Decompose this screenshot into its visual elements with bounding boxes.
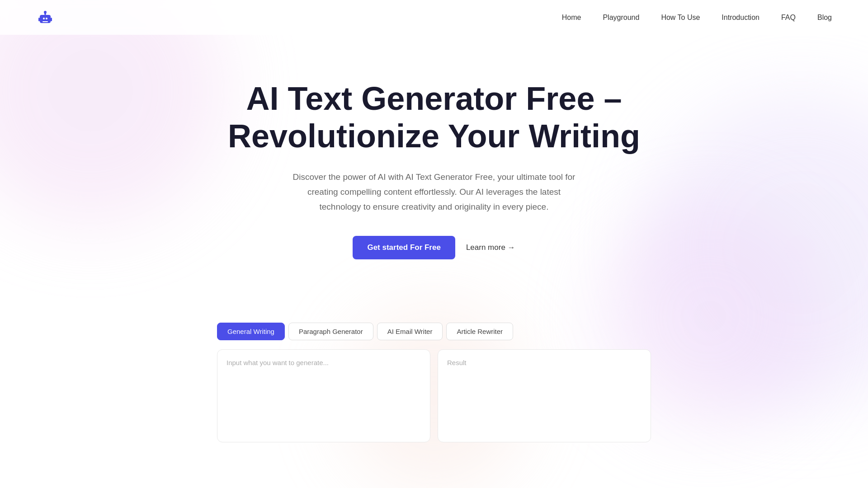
tool-tabs: General Writing Paragraph Generator AI E…	[217, 323, 651, 340]
nav-playground[interactable]: Playground	[603, 14, 639, 22]
header: Home Playground How To Use Introduction …	[0, 0, 868, 35]
tab-ai-email-writer[interactable]: AI Email Writer	[377, 323, 443, 340]
main-nav: Home Playground How To Use Introduction …	[562, 14, 832, 22]
tab-article-rewriter[interactable]: Article Rewriter	[446, 323, 513, 340]
nav-home[interactable]: Home	[562, 14, 581, 22]
nav-introduction[interactable]: Introduction	[722, 14, 760, 22]
svg-rect-3	[42, 21, 48, 22]
tab-general-writing[interactable]: General Writing	[217, 323, 285, 340]
robot-icon	[36, 9, 54, 27]
result-panel: Result	[438, 349, 651, 442]
bg-blob-2	[642, 90, 868, 407]
tool-workspace: Result	[217, 349, 651, 442]
result-label: Result	[447, 359, 467, 366]
svg-rect-7	[51, 18, 52, 21]
input-textarea[interactable]	[226, 359, 421, 431]
nav-blog[interactable]: Blog	[817, 14, 832, 22]
input-panel	[217, 349, 430, 442]
svg-rect-6	[38, 18, 40, 21]
svg-point-5	[44, 11, 47, 14]
tab-paragraph-generator[interactable]: Paragraph Generator	[288, 323, 373, 340]
hero-buttons: Get started For Free Learn more →	[217, 236, 651, 259]
hero-section: AI Text Generator Free – Revolutionize Y…	[208, 35, 660, 286]
hero-subtitle: Discover the power of AI with AI Text Ge…	[289, 169, 579, 215]
logo-area	[36, 9, 54, 27]
hero-title: AI Text Generator Free – Revolutionize Y…	[217, 80, 651, 155]
learn-more-button[interactable]: Learn more →	[466, 243, 515, 252]
nav-faq[interactable]: FAQ	[781, 14, 796, 22]
tool-section: General Writing Paragraph Generator AI E…	[208, 323, 660, 442]
nav-how-to-use[interactable]: How To Use	[661, 14, 700, 22]
svg-rect-2	[46, 18, 47, 19]
svg-rect-1	[43, 18, 45, 19]
get-started-button[interactable]: Get started For Free	[353, 236, 455, 259]
